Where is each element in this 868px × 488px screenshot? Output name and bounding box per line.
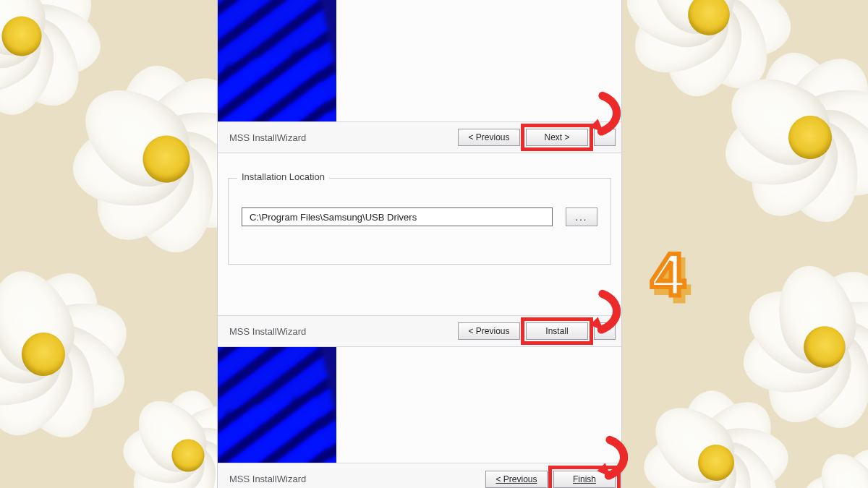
wizard-sidebar-image <box>218 0 336 121</box>
next-button[interactable]: Next > <box>526 129 588 146</box>
wizard-title: MSS InstallWizard <box>229 326 306 337</box>
install-button[interactable]: Install <box>526 322 588 340</box>
wizard-footer-finish: MSS InstallWizard < Previous Finish <box>218 463 621 488</box>
partially-hidden-button[interactable] <box>594 129 616 146</box>
wizard-title: MSS InstallWizard <box>229 132 306 143</box>
wizard-title: MSS InstallWizard <box>229 474 306 484</box>
previous-button[interactable]: < Previous <box>458 129 520 146</box>
install-path-field[interactable] <box>242 207 553 226</box>
finish-button[interactable]: Finish <box>553 471 616 488</box>
browse-button[interactable]: ... <box>566 207 597 226</box>
installation-location-group: Installation Location ... <box>228 178 611 265</box>
previous-button[interactable]: < Previous <box>458 322 520 340</box>
step-number-badge: 4 <box>651 240 685 310</box>
wizard-sidebar-image <box>218 347 336 463</box>
wizard-footer-install: MSS InstallWizard < Previous Install <box>218 315 621 347</box>
installation-location-label: Installation Location <box>237 171 329 182</box>
partially-hidden-button[interactable] <box>594 322 616 340</box>
previous-button[interactable]: < Previous <box>485 471 548 488</box>
installer-panels: MSS InstallWizard < Previous Next > Inst… <box>217 0 622 488</box>
wizard-footer-next: MSS InstallWizard < Previous Next > <box>218 121 621 153</box>
